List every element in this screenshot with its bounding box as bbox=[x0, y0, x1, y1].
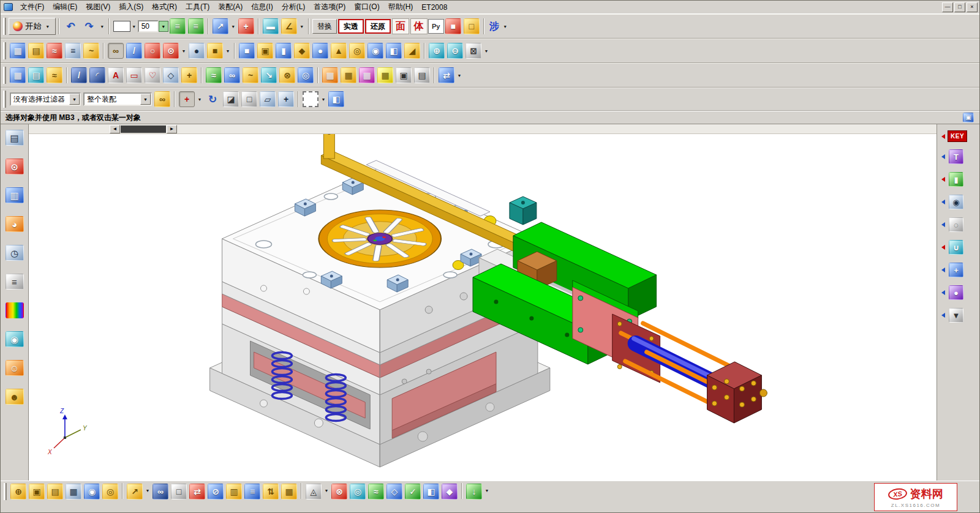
find-component-icon[interactable]: ◉ bbox=[84, 484, 100, 500]
toolbar-grip[interactable] bbox=[4, 483, 7, 500]
layer-visible-icon[interactable]: ≡ bbox=[188, 18, 204, 34]
work-layer-dropdown[interactable]: ▼ bbox=[159, 21, 168, 32]
eraser-icon[interactable]: ◪ bbox=[223, 91, 239, 107]
move-face-icon[interactable]: ▦ bbox=[10, 43, 26, 59]
point-marker-icon[interactable]: + bbox=[238, 18, 254, 34]
clipboard-paste-icon[interactable]: ▤ bbox=[414, 67, 430, 83]
shaded-cube-icon[interactable]: ◧ bbox=[328, 91, 344, 107]
menu-insert[interactable]: 插入(S) bbox=[115, 1, 148, 13]
rotary-disc[interactable] bbox=[318, 210, 441, 268]
circle-dot-icon[interactable]: ⊙ bbox=[163, 43, 179, 59]
graphics-canvas[interactable]: Z Y X bbox=[29, 134, 937, 481]
scroll-right-button[interactable]: ► bbox=[167, 125, 177, 133]
molecule-icon[interactable]: ◉ bbox=[949, 195, 963, 209]
menu-information[interactable]: 信息(I) bbox=[247, 1, 277, 13]
sphere-cube-icon[interactable]: ● bbox=[189, 43, 205, 59]
nav-down-icon[interactable]: ▼ bbox=[949, 308, 963, 323]
wave-dropdown[interactable]: ▼ bbox=[502, 19, 509, 34]
primitives-icon[interactable]: ■ bbox=[207, 43, 223, 59]
restore-button[interactable]: □ bbox=[954, 2, 965, 12]
wedge-icon[interactable]: ◆ bbox=[294, 43, 310, 59]
marquee-dropdown[interactable]: ▼ bbox=[320, 92, 327, 107]
layer-settings-icon[interactable]: ≡ bbox=[170, 18, 186, 34]
replace-button[interactable]: 替换 bbox=[312, 19, 337, 34]
wave-button[interactable]: 涉 bbox=[487, 18, 502, 34]
swept-surface-icon[interactable]: ≈ bbox=[47, 67, 62, 83]
snap-point-dropdown[interactable]: ▼ bbox=[196, 92, 203, 107]
template-tool-icon[interactable]: T bbox=[949, 149, 963, 164]
orient-view-icon[interactable]: ↻ bbox=[205, 91, 221, 107]
sequence-icon[interactable]: ≡ bbox=[244, 484, 260, 500]
section-icon[interactable]: ≡ bbox=[65, 43, 81, 59]
rectangle-tool-icon[interactable]: ▭ bbox=[126, 67, 142, 83]
render-style-swatch[interactable] bbox=[113, 21, 130, 32]
menu-edit[interactable]: 编辑(E) bbox=[48, 1, 81, 13]
exploded-view-dropdown[interactable]: ▼ bbox=[323, 483, 330, 498]
chain-filter-icon[interactable]: ∞ bbox=[154, 91, 170, 107]
groups-icon[interactable]: ☻ bbox=[6, 389, 24, 405]
move-component-icon[interactable]: ↗ bbox=[127, 484, 143, 500]
cone-icon[interactable]: ▲ bbox=[331, 43, 347, 59]
copy-feature-dropdown[interactable]: ▼ bbox=[456, 68, 463, 83]
snap-point-icon[interactable]: + bbox=[179, 91, 195, 107]
copy-face-icon[interactable]: Py bbox=[428, 19, 444, 34]
exploded-view-icon[interactable]: ◬ bbox=[306, 484, 322, 500]
wave-link-icon[interactable]: ≈ bbox=[368, 484, 384, 500]
undo-icon[interactable]: ↶ bbox=[63, 18, 79, 34]
toolbar-grip[interactable] bbox=[3, 67, 6, 84]
move-tool-icon[interactable]: + bbox=[278, 91, 294, 107]
text-tool-icon[interactable]: A bbox=[108, 67, 124, 83]
roles-icon[interactable]: ☺ bbox=[6, 360, 24, 376]
open-assembly-icon[interactable]: ▤ bbox=[47, 484, 63, 500]
mirror-assembly-icon[interactable]: ⇄ bbox=[189, 484, 205, 500]
arrangements-icon[interactable]: ▥ bbox=[226, 484, 242, 500]
check-mate-icon[interactable]: ✓ bbox=[405, 484, 421, 500]
hollow-icon[interactable]: ⊖ bbox=[447, 43, 463, 59]
clay-blob-icon[interactable]: ● bbox=[949, 285, 963, 300]
suppress-component-icon[interactable]: ⊘ bbox=[208, 484, 224, 500]
menu-et2008[interactable]: ET2008 bbox=[417, 2, 451, 13]
unite-icon[interactable]: ⊕ bbox=[429, 43, 445, 59]
offset-curve-icon[interactable]: ◎ bbox=[298, 67, 314, 83]
menu-file[interactable]: 文件(F) bbox=[16, 1, 48, 13]
toolbar-grip[interactable] bbox=[3, 42, 6, 59]
mesh-surface-icon[interactable]: ▦ bbox=[10, 67, 26, 83]
line-tool-icon[interactable]: / bbox=[126, 43, 142, 59]
law-curve-icon[interactable]: ~ bbox=[243, 67, 258, 83]
pattern-yellow-icon[interactable]: ▦ bbox=[377, 67, 393, 83]
shape-heart-icon[interactable]: ♡ bbox=[145, 67, 160, 83]
new-component-icon[interactable]: ▣ bbox=[29, 484, 45, 500]
menu-window[interactable]: 窗口(O) bbox=[350, 1, 383, 13]
pattern-orange-icon[interactable]: ▦ bbox=[322, 67, 338, 83]
render-style-dropdown[interactable]: ▼ bbox=[130, 19, 138, 34]
taper-icon[interactable]: ◢ bbox=[404, 43, 420, 59]
shell-icon[interactable]: ◧ bbox=[386, 43, 402, 59]
xray-toggle-button[interactable]: 实透 bbox=[338, 19, 364, 34]
menu-help[interactable]: 帮助(H) bbox=[384, 1, 418, 13]
profile-line-icon[interactable]: / bbox=[71, 67, 87, 83]
minimize-button[interactable]: — bbox=[942, 2, 953, 12]
redo-icon[interactable]: ↷ bbox=[81, 18, 97, 34]
ghost-tool-icon[interactable]: □ bbox=[241, 91, 257, 107]
redo-dropdown[interactable]: ▼ bbox=[99, 19, 106, 34]
toolbar-grip[interactable] bbox=[3, 91, 6, 108]
menu-format[interactable]: 格式(R) bbox=[148, 1, 181, 13]
product-outline-icon[interactable]: □ bbox=[171, 484, 187, 500]
offset-face-icon[interactable]: ▤ bbox=[28, 43, 44, 59]
add-component-icon[interactable]: ⊕ bbox=[10, 484, 26, 500]
selection-filter-dropdown[interactable]: ▼ bbox=[69, 94, 80, 105]
constraint-navigator-icon[interactable]: ⊙ bbox=[6, 159, 24, 174]
import-assembly-dropdown[interactable]: ▼ bbox=[483, 483, 491, 498]
component-grid-icon[interactable]: ▦ bbox=[66, 484, 81, 500]
information-icon[interactable]: ≡ bbox=[6, 274, 24, 290]
body-mode-button[interactable]: 体 bbox=[410, 18, 428, 34]
clearance-icon[interactable]: ◎ bbox=[350, 484, 366, 500]
scroll-left-button[interactable]: ◄ bbox=[110, 125, 120, 133]
primitives-dropdown[interactable]: ▼ bbox=[224, 43, 232, 58]
pattern-gold-icon[interactable]: ▦ bbox=[341, 67, 356, 83]
hydraulic-cylinder[interactable] bbox=[573, 280, 767, 423]
sphere-primitive-icon[interactable]: ◉ bbox=[368, 43, 383, 59]
selection-scope-combo[interactable]: 整个装配 ▼ bbox=[83, 92, 152, 106]
menu-assemblies[interactable]: 装配(A) bbox=[214, 1, 247, 13]
history-icon[interactable]: ◷ bbox=[6, 245, 24, 261]
